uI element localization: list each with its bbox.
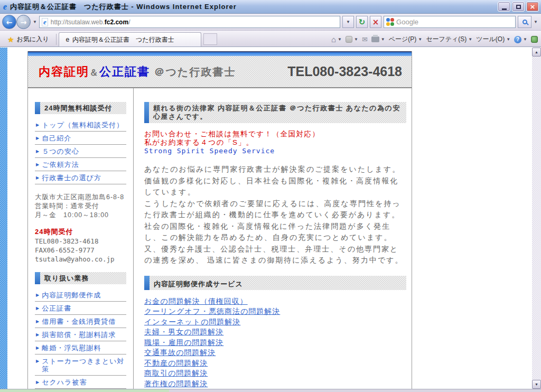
address-dropdown-button[interactable]: ▼ <box>342 16 354 28</box>
sidebar-item-how-to-choose[interactable]: ▶行政書士の選び方 <box>35 171 126 184</box>
service-link-couples[interactable]: 夫婦・男女の問題解決 <box>144 327 406 338</box>
site-header: 内容証明＆公正証書 ＠つた行政書士 TEL080-3823-4618 <box>28 51 412 88</box>
sidebar-item-five-assurances[interactable]: ▶５つの安心 <box>35 145 126 158</box>
read-mail-button[interactable]: ✉ <box>362 35 368 43</box>
arrow-icon: ▶ <box>36 357 40 365</box>
service-link-cooling-off[interactable]: クーリングオフ・悪徳商法の問題解決 <box>144 306 406 317</box>
intro-heading-box: 頼れる街の法律家 内容証明＆公正証書 ＠つた行政書士 あなたの為の安心屋さんです… <box>144 102 406 123</box>
intro-paragraphs: あなたのお悩みに専門家行政書士が解決案のご提案をいたします。 価値観の多様化に対… <box>144 164 406 266</box>
service-link-internet[interactable]: インターネットの問題解決 <box>144 317 406 328</box>
back-button[interactable]: ← <box>2 15 16 29</box>
service-link-workplace[interactable]: 職場・雇用の問題解決 <box>144 338 406 348</box>
free-consultation-line: お問い合わせ・ご相談は無料です！（全国対応） <box>144 130 406 138</box>
safety-menu-button[interactable]: セーフティ(S)▼ <box>426 35 472 44</box>
page-container: 内容証明＆公正証書 ＠つた行政書士 TEL080-3823-4618 24時間無… <box>27 51 412 389</box>
service-link-traffic[interactable]: 交通事故の問題解決 <box>144 348 406 358</box>
section-marker <box>35 272 40 284</box>
page-icon: e <box>42 18 48 26</box>
favorites-button[interactable]: ★ お気に入り <box>2 32 54 46</box>
arrow-icon: ▶ <box>36 147 40 155</box>
sidebar-item-divorce[interactable]: ▶離婚・浮気慰謝料 <box>35 341 126 354</box>
search-go-button[interactable] <box>518 16 531 28</box>
tab-title: 内容証明＆公正証書 つた行政書士 <box>72 35 174 44</box>
refresh-icon: ↻ <box>359 17 366 27</box>
navigation-bar: ← → ▼ e http://tsutalaw.web.fc2.com/ ▼ ↻… <box>0 14 541 31</box>
stop-button[interactable]: × <box>370 16 381 28</box>
sidebar-item-naiyoshomei[interactable]: ▶内容証明郵便作成 <box>35 288 126 302</box>
service-link-real-estate[interactable]: 不動産の問題解決 <box>144 358 406 369</box>
sidebar-menu-services: ▶内容証明郵便作成 ▶公正証書 ▶借用書・金銭消費貸借 ▶損害賠償・慰謝料請求 … <box>35 288 126 389</box>
sidebar-item-profile[interactable]: ▶自己紹介 <box>35 132 126 145</box>
arrow-icon: ▶ <box>36 291 40 299</box>
paragraph: 又、優秀な弁護士、公認会計士、税理士、弁理士、その他専門家との連携を深め、 迅速… <box>144 244 406 266</box>
forward-button[interactable]: → <box>16 15 31 29</box>
google-logo-icon <box>386 18 394 26</box>
feeds-button[interactable]: ▼ <box>346 36 358 43</box>
sidebar-item-how-to-request[interactable]: ▶ご依頼方法 <box>35 158 126 171</box>
sidebar-item-sexual-harassment[interactable]: ▶セクハラ被害 <box>35 376 126 389</box>
sidebar-item-top[interactable]: ▶トップ（無料相談受付） <box>35 118 126 132</box>
refresh-button[interactable]: ↻ <box>356 16 368 28</box>
search-icon <box>523 20 527 24</box>
sidebar-item-stalker[interactable]: ▶ストーカーつきまとい対策 <box>35 354 126 376</box>
section-marker <box>144 102 149 123</box>
command-bar: ⌂▼ ▼ ✉ ▼ ページ(P)▼ セーフティ(S)▼ ツール(O)▼ ?▼ <box>331 32 539 46</box>
hours-label: 24時間受付 <box>35 227 126 237</box>
scroll-down-button[interactable]: ▼ <box>532 380 541 389</box>
office-address: 大阪市大正区南恩加島6-8-8 営業時間：通常受付 月～金 10:00～18:0… <box>35 193 126 220</box>
chevron-down-icon: ▼ <box>338 37 342 42</box>
tools-menu-button[interactable]: ツール(O)▼ <box>476 35 510 44</box>
print-button[interactable]: ▼ <box>371 36 385 42</box>
window-title: 内容証明＆公正証書 つた行政書士 - Windows Internet Expl… <box>10 2 237 12</box>
contact-email: tsutalaw@yahoo.co.jp <box>35 255 126 264</box>
messenger-icon <box>531 36 538 43</box>
sidebar-item-damages[interactable]: ▶損害賠償・慰謝料請求 <box>35 328 126 341</box>
paragraph: 価値観の多様化に対応し、日本社会も国際化・複雑化・高度情報化しています。 <box>144 175 406 198</box>
arrow-icon: ▶ <box>36 161 40 169</box>
search-input[interactable] <box>396 18 513 26</box>
home-button[interactable]: ⌂▼ <box>331 35 342 44</box>
restore-button[interactable] <box>512 2 525 12</box>
minimize-button[interactable] <box>498 2 510 12</box>
history-dropdown-icon[interactable]: ▼ <box>33 20 37 24</box>
tab-bar: ★ お気に入り e 内容証明＆公正証書 つた行政書士 ⌂▼ ▼ ✉ ▼ ページ(… <box>0 31 541 47</box>
tab-current[interactable]: e 内容証明＆公正証書 つた行政書士 <box>59 32 201 46</box>
service-link-money[interactable]: お金の問題解決（債権回収） <box>144 296 406 307</box>
scroll-up-button[interactable]: ▲ <box>532 48 541 57</box>
vertical-scrollbar[interactable]: ▲ ▼ <box>532 48 541 389</box>
service-heading-box: 内容証明郵便作成サービス <box>144 276 406 290</box>
address-bar[interactable]: e http://tsutalaw.web.fc2.com/ <box>39 16 340 28</box>
tab-favicon-icon: e <box>66 36 69 43</box>
service-link-copyright[interactable]: 著作権の問題解決 <box>144 379 406 389</box>
status-progress-segment <box>0 389 169 392</box>
stop-icon: × <box>372 17 379 27</box>
messenger-button[interactable] <box>531 36 538 43</box>
service-link-list: お金の問題解決（債権回収） クーリングオフ・悪徳商法の問題解決 インターネットの… <box>144 296 406 389</box>
sidebar-item-loan-docs[interactable]: ▶借用書・金銭消費貸借 <box>35 315 126 328</box>
chevron-down-icon: ▼ <box>418 37 422 42</box>
arrow-icon: ▶ <box>36 121 40 129</box>
new-tab-button[interactable] <box>203 33 217 45</box>
arrow-icon: ▶ <box>36 344 40 352</box>
arrow-icon: ▶ <box>36 304 40 312</box>
browser-viewport: 内容証明＆公正証書 ＠つた行政書士 TEL080-3823-4618 24時間無… <box>0 48 541 389</box>
help-button[interactable]: ?▼ <box>514 36 527 43</box>
main-content: 頼れる街の法律家 内容証明＆公正証書 ＠つた行政書士 あなたの為の安心屋さんです… <box>134 88 412 389</box>
service-link-commerce[interactable]: 商取引の問題解決 <box>144 368 406 379</box>
sidebar-menu-consult: ▶トップ（無料相談受付） ▶自己紹介 ▶５つの安心 ▶ご依頼方法 ▶行政書士の選… <box>35 118 126 184</box>
section-marker <box>35 102 40 114</box>
rss-feed-icon <box>346 36 352 43</box>
window-titlebar: e 内容証明＆公正証書 つた行政書士 - Windows Internet Ex… <box>0 0 541 14</box>
sidebar: 24時間無料相談受付 ▶トップ（無料相談受付） ▶自己紹介 ▶５つの安心 ▶ご依… <box>28 88 134 389</box>
page-menu-button[interactable]: ページ(P)▼ <box>389 35 422 44</box>
sidebar-item-koseishosho[interactable]: ▶公正証書 <box>35 302 126 315</box>
minimize-icon <box>502 8 507 10</box>
header-phone-number: TEL080-3823-4618 <box>287 64 402 79</box>
paragraph: こうしたなかで依頼者のご要望に応えるには、高度な専門性を持った行政書士が組織的・… <box>144 198 406 221</box>
section-marker <box>144 276 150 290</box>
chevron-down-icon: ▼ <box>346 20 350 24</box>
search-options-icon[interactable]: ▼ <box>534 20 538 24</box>
search-box <box>384 16 516 28</box>
close-button[interactable]: × <box>526 2 539 12</box>
four-s-line: Strong Spirit Speedy Service <box>144 147 406 155</box>
